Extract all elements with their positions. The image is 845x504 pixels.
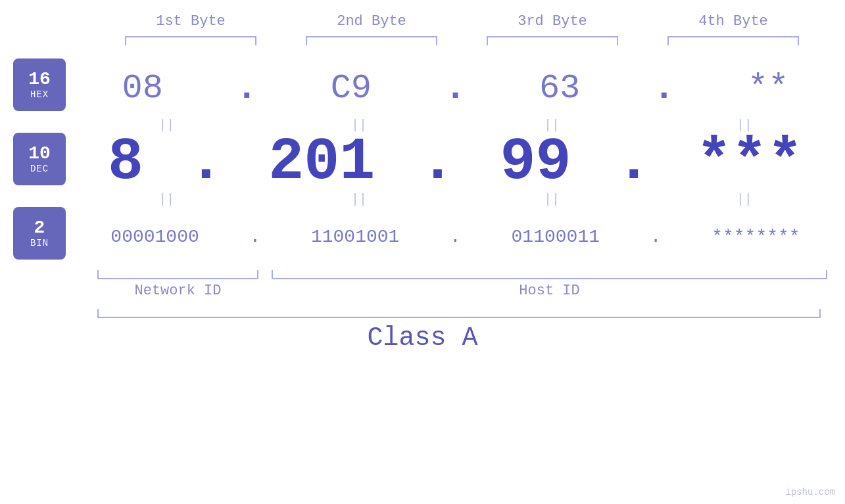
bracket-top-1 [125,36,256,45]
bin-val-2: 11001001 [311,227,399,247]
bottom-brackets-row [97,270,827,279]
watermark: ipshu.com [785,487,835,497]
top-brackets [101,36,824,45]
bracket-host [272,270,827,279]
main-container: 1st Byte 2nd Byte 3rd Byte 4th Byte 16 H… [0,0,845,504]
hex-val-4: ** [748,69,788,108]
class-label: Class A [0,323,845,353]
hex-badge-number: 16 [28,70,51,90]
byte1-header: 1st Byte [118,13,263,30]
byte3-header: 3rd Byte [480,13,625,30]
hex-dot-3: . [653,68,675,109]
eq2-4: || [672,192,817,207]
bracket-top-4 [667,36,799,45]
dec-val-1: 8 [108,133,143,192]
hex-val-2: C9 [331,69,372,108]
hex-badge: 16 HEX [13,58,66,111]
bin-val-4: ******** [712,227,800,247]
bracket-top-3 [487,36,618,45]
dec-val-2: 201 [268,133,375,192]
dec-badge-number: 10 [28,144,51,164]
bin-badge-label: BIN [30,238,49,248]
bottom-section: Network ID Host ID Class A [0,270,845,353]
byte2-header: 2nd Byte [299,13,444,30]
bracket-all [97,309,821,318]
bin-dot-3: . [650,227,662,247]
eq2-3: || [479,192,624,207]
bin-val-3: 01100011 [512,227,600,247]
hex-dot-1: . [236,68,258,109]
id-labels-row: Network ID Host ID [97,283,827,299]
dec-val-3: 99 [500,133,571,192]
dec-dot-1: . [188,133,224,192]
host-id-label: Host ID [272,283,827,299]
bin-dot-2: . [450,227,461,247]
byte4-header: 4th Byte [661,13,806,30]
bin-val-1: 00001000 [110,227,199,247]
bracket-network [97,270,258,279]
dec-dot-2: . [420,133,455,192]
hex-val-3: 63 [539,69,580,108]
bracket-top-2 [306,36,437,45]
dec-badge-label: DEC [30,164,49,174]
bin-badge-number: 2 [34,218,45,239]
bin-dot-1: . [249,227,260,247]
dec-badge: 10 DEC [13,133,66,185]
dec-val-4: *** [696,133,803,192]
hex-dot-2: . [445,68,466,109]
hex-val-1: 08 [122,69,162,108]
network-id-label: Network ID [97,283,258,299]
byte-headers: 1st Byte 2nd Byte 3rd Byte 4th Byte [101,13,824,30]
eq2-2: || [287,192,431,207]
dec-dot-3: . [616,133,652,192]
hex-badge-label: HEX [30,89,49,100]
bin-badge: 2 BIN [13,207,66,260]
eq2-1: || [94,192,239,207]
